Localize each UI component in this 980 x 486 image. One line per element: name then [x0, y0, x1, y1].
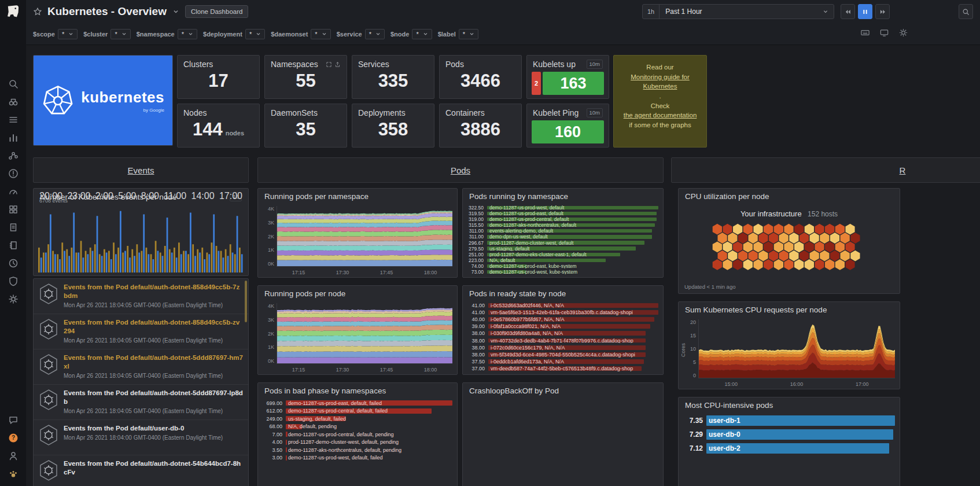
- toplist-row[interactable]: 699.00demo-11287-us-prod-east, default, …: [263, 399, 452, 407]
- sidebar-item-logs[interactable]: [5, 222, 21, 233]
- template-var-value[interactable]: *: [178, 29, 197, 39]
- sidebar-item-apm[interactable]: [5, 150, 21, 161]
- template-var-value[interactable]: *: [311, 29, 330, 39]
- host-hexagon[interactable]: [841, 251, 850, 262]
- stacked-area-chart[interactable]: [277, 206, 452, 267]
- template-var-value[interactable]: *: [365, 29, 385, 39]
- toplist-row[interactable]: 38.00vm-40732de3-dedb-4ab4-7b71-f478f07b…: [467, 337, 658, 344]
- time-forward-button[interactable]: [875, 4, 890, 19]
- sidebar-item-watchdog[interactable]: [5, 97, 21, 107]
- host-hexagon[interactable]: [738, 233, 747, 244]
- host-hexagon[interactable]: [805, 259, 814, 270]
- event-list-item[interactable]: Events from the Pod default/auth-dotnet-…: [34, 349, 248, 385]
- host-hexagon[interactable]: [784, 259, 793, 270]
- host-hexagon[interactable]: [810, 251, 819, 262]
- host-hexagon[interactable]: [749, 251, 758, 262]
- host-hexagon[interactable]: [815, 259, 824, 270]
- host-hexagon[interactable]: [749, 233, 758, 244]
- host-hexagon[interactable]: [723, 224, 732, 235]
- host-hexagon[interactable]: [769, 251, 778, 262]
- sidebar-item-security[interactable]: [5, 276, 21, 286]
- event-list-item[interactable]: Events from the Pod default/auth-dotnet-…: [34, 455, 248, 486]
- host-hexagon[interactable]: [794, 241, 804, 252]
- host-hexagon[interactable]: [784, 224, 793, 235]
- host-hexagon[interactable]: [743, 241, 753, 252]
- toplist-row[interactable]: 612.00demo-11287-us-prod-central, defaul…: [263, 407, 452, 415]
- host-hexagon[interactable]: [845, 241, 854, 252]
- toplist-row[interactable]: 40.00i-0e57860b977b5fd67, N/A, N/A: [467, 316, 658, 323]
- datadog-logo[interactable]: [0, 0, 26, 23]
- host-hexagon[interactable]: [830, 233, 839, 244]
- toplist-row[interactable]: 37.00vm-deedb587-74a7-44f2-5beb-c576513b…: [467, 365, 658, 372]
- host-hexagon[interactable]: [820, 233, 829, 244]
- toplist-row[interactable]: 4.00prod-11287-demo-cluster-west, defaul…: [263, 439, 452, 447]
- stat-card-services[interactable]: Services335: [352, 55, 434, 99]
- sidebar-item-events[interactable]: [5, 115, 21, 125]
- toplist-row[interactable]: 68.00N/A, default, pending: [263, 423, 452, 431]
- host-hexagon[interactable]: [784, 241, 793, 252]
- time-range-picker[interactable]: 1h Past 1 Hour: [642, 4, 834, 19]
- host-hexagon[interactable]: [830, 251, 839, 262]
- host-hexagon[interactable]: [713, 224, 722, 235]
- stat-card-deployments[interactable]: Deployments358: [352, 104, 434, 148]
- host-hexagon[interactable]: [779, 233, 789, 244]
- template-var-value[interactable]: *: [459, 29, 478, 39]
- host-hexagon[interactable]: [723, 241, 732, 252]
- host-hexagon[interactable]: [764, 224, 773, 235]
- hostmap-hexgrid[interactable]: [679, 222, 900, 274]
- events-bar-chart[interactable]: [38, 206, 244, 273]
- host-hexagon[interactable]: [794, 224, 804, 235]
- sidebar-item-monitors[interactable]: [5, 186, 21, 197]
- event-list-item[interactable]: Events from the Pod default/auth-dotnet-…: [34, 279, 248, 314]
- stacked-area-chart[interactable]: [698, 319, 895, 378]
- host-hexagon[interactable]: [835, 224, 845, 235]
- sidebar-item-search[interactable]: [5, 79, 21, 89]
- toplist-row[interactable]: 315.50demo-11287-aks-northcentralus, def…: [467, 222, 658, 228]
- stacked-area-chart[interactable]: [277, 303, 452, 364]
- host-hexagon[interactable]: [810, 233, 819, 244]
- host-hexagon[interactable]: [764, 241, 773, 252]
- stat-card-namespaces[interactable]: Namespaces55: [264, 55, 347, 99]
- section-link-events[interactable]: Events: [128, 165, 154, 175]
- host-hexagon[interactable]: [820, 251, 829, 262]
- host-hexagon[interactable]: [850, 251, 860, 262]
- host-hexagon[interactable]: [815, 241, 824, 252]
- stat-card-containers[interactable]: Containers3886: [439, 104, 522, 148]
- favorite-star-button[interactable]: [33, 7, 42, 16]
- sidebar-item-metrics[interactable]: [5, 132, 21, 143]
- kubernetes-brand-card[interactable]: kubernetes by Google: [33, 55, 173, 146]
- dashboard-settings-button[interactable]: [898, 28, 908, 40]
- sidebar-item-settings[interactable]: [5, 294, 21, 304]
- host-hexagon[interactable]: [845, 259, 854, 270]
- host-hexagon[interactable]: [774, 241, 783, 252]
- sidebar-item-infrastructure[interactable]: [5, 204, 21, 215]
- sidebar-item-synthetics[interactable]: [5, 258, 21, 268]
- section-link-pods[interactable]: Pods: [451, 165, 470, 175]
- toplist-row[interactable]: 7.35user-db-1: [683, 414, 895, 428]
- toplist-row[interactable]: 37.50i-0eddcb1afd6ed173a, N/A, N/A: [467, 358, 658, 365]
- host-hexagon[interactable]: [753, 241, 762, 252]
- host-hexagon[interactable]: [779, 251, 789, 262]
- toplist-row[interactable]: 7.12user-db-2: [683, 441, 895, 455]
- stat-card-clusters[interactable]: Clusters17: [177, 55, 260, 99]
- host-hexagon[interactable]: [841, 233, 850, 244]
- toplist-row[interactable]: 7.00demo-11287-us-prod-central, default,…: [263, 430, 452, 439]
- template-var-namespace[interactable]: $namespace*: [137, 29, 197, 39]
- host-hexagon[interactable]: [723, 259, 732, 270]
- host-hexagon[interactable]: [733, 259, 742, 270]
- toplist-row[interactable]: 3.00demo-11287-us-prod-west, default, fa…: [263, 454, 452, 462]
- toplist-row[interactable]: 319.00demo-11287-us-prod-central, defaul…: [467, 216, 658, 222]
- host-hexagon[interactable]: [835, 259, 845, 270]
- title-dropdown-button[interactable]: [172, 8, 180, 16]
- scrollbar-thumb[interactable]: [245, 281, 247, 322]
- toplist-row[interactable]: 311.00demo-dpn-us-west, default: [467, 234, 658, 240]
- host-hexagon[interactable]: [850, 233, 860, 244]
- template-var-cluster[interactable]: $cluster*: [83, 29, 130, 39]
- host-hexagon[interactable]: [805, 224, 814, 235]
- toplist-row[interactable]: 279.50us-staging, default: [467, 246, 658, 252]
- toplist-row[interactable]: 74.00demo-11287-us-prod-east, kube-syste…: [467, 263, 658, 269]
- toplist-row[interactable]: 249.00us-staging, default, failed: [263, 415, 452, 423]
- host-hexagon[interactable]: [753, 259, 762, 270]
- host-hexagon[interactable]: [825, 241, 834, 252]
- toplist-row[interactable]: 3.50demo-11287-aks-northcentralus, defau…: [263, 446, 452, 454]
